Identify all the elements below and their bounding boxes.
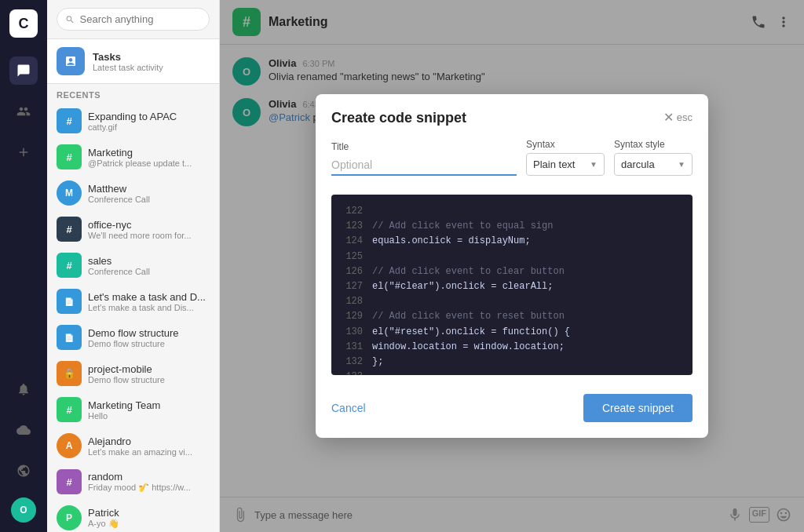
left-sidebar: C O	[0, 0, 47, 532]
code-editor[interactable]: 122 123 // Add click event to equal sign…	[331, 195, 693, 375]
create-snippet-modal: Create code snippet ✕ esc Title Syntax P…	[316, 94, 708, 438]
app-logo[interactable]: C	[9, 9, 38, 38]
user-avatar[interactable]: O	[11, 497, 36, 523]
channel-info: Marketing @Patrick please update t...	[88, 147, 192, 168]
channel-item-patrick[interactable]: P Patrick A-yo 👋	[47, 500, 219, 532]
tasks-text: Tasks Latest task activity	[93, 51, 163, 72]
channel-name: Matthew	[88, 183, 150, 195]
syntax-style-select[interactable]: darcula ▼	[614, 153, 693, 176]
tasks-subtitle: Latest task activity	[93, 63, 163, 72]
code-line: 129 // Add click event to reset button	[341, 309, 683, 324]
channel-item-marketing[interactable]: # Marketing @Patrick please update t...	[47, 139, 219, 175]
channel-icon: #	[57, 144, 82, 169]
tasks-title: Tasks	[93, 51, 163, 63]
search-icon	[65, 14, 75, 25]
syntax-style-field-group: Syntax style darcula ▼	[614, 139, 693, 176]
channel-name: project-mobile	[88, 363, 165, 375]
channel-icon: #	[57, 397, 82, 422]
channel-info: Demo flow structure Demo flow structure	[88, 327, 179, 348]
user-avatar-alejandro: A	[57, 433, 82, 458]
channel-item-matthew[interactable]: M Matthew Conference Call	[47, 175, 219, 211]
title-input[interactable]	[331, 155, 517, 176]
modal-footer: Cancel Create snippet	[316, 388, 708, 438]
channel-item-alejandro[interactable]: A Alejandro Let's make an amazing vi...	[47, 428, 219, 464]
code-line: 132 };	[341, 355, 683, 370]
channel-item-sales[interactable]: # sales Conference Call	[47, 247, 219, 283]
channel-sub: Hello	[88, 411, 160, 421]
code-line: 128	[341, 294, 683, 309]
channel-info: project-mobile Demo flow structure	[88, 363, 165, 384]
channel-name: Let's make a task and D...	[88, 291, 206, 303]
main-content: # Marketing O Olivia 6:30 PM Olivia rena…	[220, 0, 804, 532]
channel-name: Marketing Team	[88, 399, 160, 411]
code-line: 126 // Add click event to clear button	[341, 264, 683, 279]
search-input-wrap[interactable]	[57, 8, 210, 31]
code-line: 131 window.location = window.location;	[341, 340, 683, 355]
syntax-select[interactable]: Plain text ▼	[526, 153, 605, 176]
channel-info: Matthew Conference Call	[88, 183, 150, 204]
channel-sub: Conference Call	[88, 195, 150, 204]
channel-name: office-nyc	[88, 219, 192, 231]
channel-info: random Friday mood 🎷 https://w...	[88, 471, 191, 493]
cancel-button[interactable]: Cancel	[331, 395, 366, 421]
channel-list: # Expanding to APAC catty.gif # Marketin…	[47, 103, 219, 532]
channel-info: Expanding to APAC catty.gif	[88, 111, 177, 132]
channel-sub: We'll need more room for...	[88, 231, 192, 240]
channel-icon: #	[57, 253, 82, 278]
title-field-group: Title	[331, 141, 517, 176]
channel-icon: #	[57, 217, 82, 242]
channel-item-demo-flow[interactable]: 📄 Demo flow structure Demo flow structur…	[47, 319, 219, 355]
channel-name: random	[88, 471, 191, 483]
channel-sub: Demo flow structure	[88, 375, 165, 384]
channel-icon: 🔒	[57, 361, 82, 386]
channel-name: Marketing	[88, 147, 192, 159]
modal-title: Create code snippet	[331, 110, 466, 126]
code-line: 125	[341, 250, 683, 264]
syntax-label: Syntax	[526, 139, 605, 150]
channel-info: Alejandro Let's make an amazing vi...	[88, 435, 192, 457]
channel-panel: Tasks Latest task activity RECENTS # Exp…	[47, 0, 220, 532]
channel-name: Expanding to APAC	[88, 111, 177, 122]
recents-label: RECENTS	[47, 84, 219, 103]
channel-icon: 📄	[57, 289, 82, 314]
code-line: 127 el("#clear").onclick = clearAll;	[341, 279, 683, 294]
channel-sub: Conference Call	[88, 267, 150, 276]
channel-sub: A-yo 👋	[88, 519, 119, 529]
sidebar-item-add[interactable]	[9, 138, 38, 166]
syntax-value: Plain text	[533, 159, 587, 170]
channel-name: sales	[88, 255, 150, 267]
channel-sub: @Patrick please update t...	[88, 159, 192, 168]
channel-item-office-nyc[interactable]: # office-nyc We'll need more room for...	[47, 211, 219, 247]
sidebar-item-cloud[interactable]	[9, 416, 38, 444]
sidebar-item-globe[interactable]	[9, 457, 38, 485]
syntax-dropdown-icon: ▼	[590, 160, 598, 169]
code-line: 123 // Add click event to equal sign	[341, 219, 683, 234]
channel-item-marketing-team[interactable]: # Marketing Team Hello	[47, 392, 219, 428]
tasks-icon	[57, 47, 85, 75]
modal-close-button[interactable]: ✕ esc	[663, 110, 693, 125]
channel-item-project-mobile[interactable]: 🔒 project-mobile Demo flow structure	[47, 355, 219, 392]
channel-info: Marketing Team Hello	[88, 399, 160, 421]
tasks-item[interactable]: Tasks Latest task activity	[47, 39, 219, 84]
modal-overlay: Create code snippet ✕ esc Title Syntax P…	[220, 0, 804, 532]
create-snippet-button[interactable]: Create snippet	[583, 394, 693, 422]
channel-item-lets-make[interactable]: 📄 Let's make a task and D... Let's make …	[47, 283, 219, 319]
channel-item-random[interactable]: # random Friday mood 🎷 https://w...	[47, 464, 219, 500]
sidebar-item-chat[interactable]	[9, 56, 38, 85]
syntax-style-dropdown-icon: ▼	[678, 160, 685, 169]
syntax-style-label: Syntax style	[614, 139, 693, 150]
search-input[interactable]	[80, 13, 202, 25]
syntax-style-value: darcula	[621, 159, 674, 170]
channel-sub: Let's make an amazing vi...	[88, 447, 192, 457]
form-row: Title Syntax Plain text ▼ Syntax style	[331, 139, 693, 176]
modal-header: Create code snippet ✕ esc	[316, 94, 708, 126]
sidebar-item-contacts[interactable]	[9, 97, 38, 126]
modal-form: Title Syntax Plain text ▼ Syntax style	[316, 126, 708, 195]
code-line: 133	[341, 370, 683, 375]
channel-info: sales Conference Call	[88, 255, 150, 276]
close-esc-label: esc	[677, 111, 693, 123]
sidebar-item-notifications[interactable]	[9, 375, 38, 403]
channel-name: Patrick	[88, 507, 119, 519]
user-avatar-matthew: M	[57, 180, 82, 206]
channel-item-expanding[interactable]: # Expanding to APAC catty.gif	[47, 103, 219, 139]
